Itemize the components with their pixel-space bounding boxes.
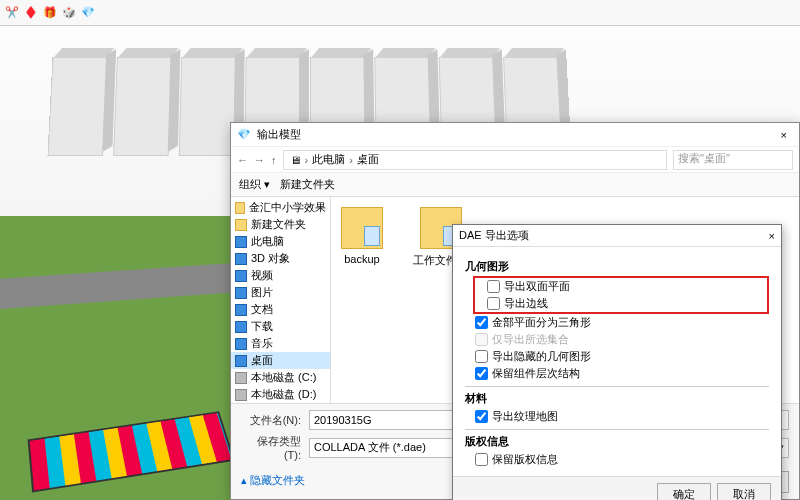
option-row[interactable]: 金部平面分为三角形	[465, 314, 769, 331]
hide-folders-link[interactable]: ▴ 隐藏文件夹	[241, 473, 305, 488]
options-titlebar: DAE 导出选项 ×	[453, 225, 781, 247]
group-label: 材料	[465, 391, 769, 406]
main-toolbar: ✂️ ♦️ 🎁 🎲 💎	[0, 0, 800, 26]
tree-item[interactable]: 下载	[231, 318, 330, 335]
option-label: 仅导出所选集合	[492, 332, 569, 347]
tree-item[interactable]: 此电脑	[231, 233, 330, 250]
tree-item-label: 此电脑	[251, 234, 284, 249]
option-checkbox[interactable]	[475, 410, 488, 423]
gem-icon[interactable]: ♦️	[23, 5, 39, 21]
tree-item-label: 本地磁盘 (C:)	[251, 370, 316, 385]
dialog-title: 输出模型	[257, 127, 301, 142]
building	[113, 57, 171, 156]
folder-icon	[235, 202, 245, 214]
pc-icon	[235, 287, 247, 299]
tree-item[interactable]: 本地磁盘 (C:)	[231, 369, 330, 386]
folder-tree: 金汇中小学效果新建文件夹此电脑3D 对象视频图片文档下载音乐桌面本地磁盘 (C:…	[231, 197, 331, 403]
tree-item[interactable]: 文档	[231, 301, 330, 318]
tree-item[interactable]: 视频	[231, 267, 330, 284]
option-row[interactable]: 导出边线	[477, 295, 765, 312]
pc-icon	[235, 338, 247, 350]
option-label: 保留组件层次结构	[492, 366, 580, 381]
option-label: 保留版权信息	[492, 452, 558, 467]
tree-item-label: 金汇中小学效果	[249, 200, 326, 215]
option-label: 金部平面分为三角形	[492, 315, 591, 330]
option-label: 导出边线	[504, 296, 548, 311]
option-checkbox	[475, 333, 488, 346]
tree-item-label: 文档	[251, 302, 273, 317]
highlighted-options: 导出双面平面导出边线	[473, 276, 769, 314]
tree-item-label: 音乐	[251, 336, 273, 351]
dialog-titlebar: 💎 输出模型 ×	[231, 123, 799, 147]
option-checkbox[interactable]	[475, 316, 488, 329]
option-label: 导出隐藏的几何图形	[492, 349, 591, 364]
pc-icon	[235, 321, 247, 333]
gift-icon[interactable]: 🎁	[42, 5, 58, 21]
pc-icon	[235, 304, 247, 316]
filetype-label: 保存类型(T):	[241, 434, 301, 461]
dialog-nav: ← → ↑ 🖥 › 此电脑 › 桌面 搜索"桌面"	[231, 147, 799, 173]
ruby-icon[interactable]: 💎	[80, 5, 96, 21]
new-folder-button[interactable]: 新建文件夹	[280, 177, 335, 192]
organize-menu[interactable]: 组织 ▾	[239, 177, 270, 192]
pc-icon	[235, 270, 247, 282]
tree-item[interactable]: 音乐	[231, 335, 330, 352]
up-icon[interactable]: ↑	[271, 154, 277, 166]
option-checkbox[interactable]	[475, 350, 488, 363]
option-row: 仅导出所选集合	[465, 331, 769, 348]
option-checkbox[interactable]	[475, 367, 488, 380]
tree-item-label: 本地磁盘 (D:)	[251, 387, 316, 402]
pc-icon: 🖥	[290, 154, 301, 166]
tree-item[interactable]: 新建文件夹	[231, 216, 330, 233]
option-row[interactable]: 导出纹理地图	[465, 408, 769, 425]
drive-icon	[235, 389, 247, 401]
options-title: DAE 导出选项	[459, 228, 529, 243]
scissors-icon[interactable]: ✂️	[4, 5, 20, 21]
tree-item[interactable]: 图片	[231, 284, 330, 301]
option-checkbox[interactable]	[487, 280, 500, 293]
cancel-button[interactable]: 取消	[717, 483, 771, 500]
pc-icon	[235, 236, 247, 248]
back-icon[interactable]: ←	[237, 154, 248, 166]
file-item[interactable]: backup	[341, 207, 383, 265]
tree-item-label: 3D 对象	[251, 251, 290, 266]
tree-item[interactable]: 桌面	[231, 352, 330, 369]
option-label: 导出纹理地图	[492, 409, 558, 424]
app-icon: 💎	[237, 128, 251, 141]
file-label: backup	[344, 253, 379, 265]
dialog-toolbar: 组织 ▾ 新建文件夹	[231, 173, 799, 197]
folder-icon	[341, 207, 383, 249]
tree-item-label: 新建文件夹	[251, 217, 306, 232]
pc-icon	[235, 253, 247, 265]
option-label: 导出双面平面	[504, 279, 570, 294]
option-row[interactable]: 导出隐藏的几何图形	[465, 348, 769, 365]
group-label: 几何图形	[465, 259, 769, 274]
tree-item-label: 桌面	[251, 353, 273, 368]
group-label: 版权信息	[465, 434, 769, 449]
folder-icon	[235, 219, 247, 231]
option-row[interactable]: 导出双面平面	[477, 278, 765, 295]
breadcrumb[interactable]: 🖥 › 此电脑 › 桌面	[283, 150, 668, 170]
tree-item[interactable]: 金汇中小学效果	[231, 199, 330, 216]
building	[179, 57, 236, 156]
tree-item-label: 图片	[251, 285, 273, 300]
options-dialog: DAE 导出选项 × 几何图形导出双面平面导出边线金部平面分为三角形仅导出所选集…	[452, 224, 782, 500]
filename-label: 文件名(N):	[241, 413, 301, 428]
option-checkbox[interactable]	[487, 297, 500, 310]
forward-icon[interactable]: →	[254, 154, 265, 166]
building	[47, 57, 107, 156]
pc-icon	[235, 355, 247, 367]
ok-button[interactable]: 确定	[657, 483, 711, 500]
tree-item[interactable]: 本地磁盘 (D:)	[231, 386, 330, 403]
option-checkbox[interactable]	[475, 453, 488, 466]
tree-item-label: 下载	[251, 319, 273, 334]
dice-icon[interactable]: 🎲	[61, 5, 77, 21]
close-icon[interactable]: ×	[775, 129, 793, 141]
drive-icon	[235, 372, 247, 384]
option-row[interactable]: 保留组件层次结构	[465, 365, 769, 382]
search-input[interactable]: 搜索"桌面"	[673, 150, 793, 170]
tree-item-label: 视频	[251, 268, 273, 283]
option-row[interactable]: 保留版权信息	[465, 451, 769, 468]
close-icon[interactable]: ×	[769, 230, 775, 242]
tree-item[interactable]: 3D 对象	[231, 250, 330, 267]
